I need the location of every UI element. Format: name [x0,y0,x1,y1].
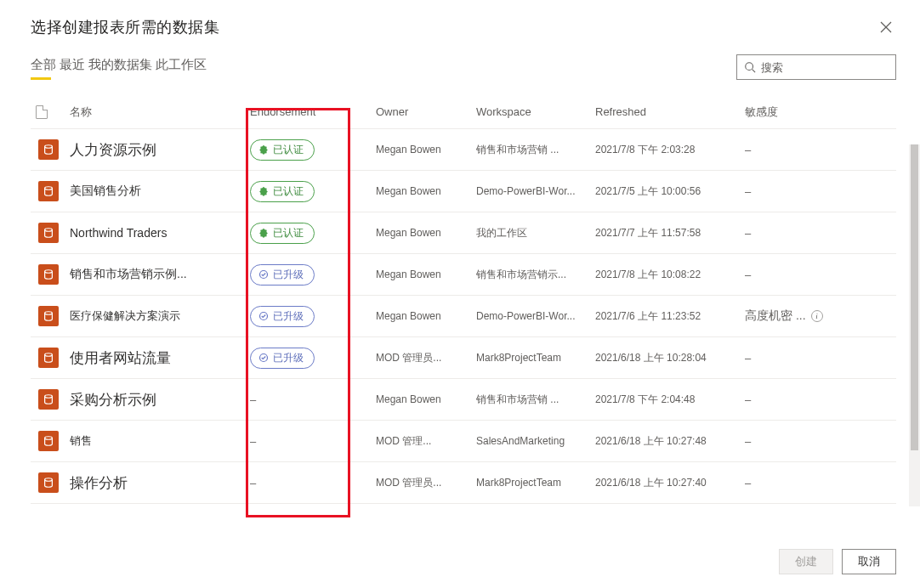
sensitivity-cell: – [745,352,751,365]
svg-point-5 [45,187,53,190]
table-row[interactable]: 美国销售分析已认证Megan BowenDemo-PowerBI-Wor...2… [31,171,896,212]
svg-point-9 [45,312,53,315]
refreshed-cell: 2021/7/5 上午 10:00:56 [595,184,745,199]
owner-cell: Megan Bowen [376,227,476,239]
table-row[interactable]: Northwind Traders已认证Megan Bowen我的工作区2021… [31,212,896,254]
workspace-cell: 销售和市场营销 ... [476,393,595,407]
scrollbar-thumb[interactable] [911,144,918,450]
table-row[interactable]: 使用者网站流量已升级MOD 管理员...Mark8ProjectTeam2021… [31,337,896,379]
svg-point-4 [45,145,53,149]
table-row[interactable]: 操作分析–MOD 管理员...Mark8ProjectTeam2021/6/18… [31,462,896,504]
dataset-icon [38,181,59,201]
refreshed-cell: 2021/7/8 上午 10:08:22 [595,268,745,282]
dataset-icon [38,306,59,326]
dataset-name: 美国销售分析 [70,184,141,197]
dataset-name: 人力资源示例 [70,142,156,158]
sensitivity-cell: – [745,435,751,448]
tab-2[interactable]: 我的数据集 [88,57,152,78]
workspace-cell: 销售和市场营销 ... [476,143,595,157]
owner-cell: MOD 管理员... [376,476,476,490]
dataset-icon [38,264,59,285]
header-refreshed[interactable]: Refreshed [595,105,745,118]
endorsement-badge-certified: 已认证 [250,181,315,202]
endorsement-badge-promoted: 已升级 [250,264,315,286]
dataset-name: 采购分析示例 [70,392,156,408]
table-header: 名称 Endorsement Owner Workspace Refreshed… [31,95,896,129]
cancel-button[interactable]: 取消 [842,549,896,574]
search-input[interactable] [761,61,889,74]
refreshed-cell: 2021/7/6 上午 11:23:52 [595,309,745,324]
endorsement-badge-certified: 已认证 [250,139,315,161]
svg-line-3 [752,70,756,73]
dataset-name: 销售和市场营销示例... [70,267,187,280]
dataset-icon [38,223,59,243]
svg-point-15 [45,478,53,482]
dialog-title: 选择创建报表所需的数据集 [31,17,896,37]
workspace-cell: Demo-PowerBI-Wor... [476,185,595,197]
header-sensitivity[interactable]: 敏感度 [745,105,872,120]
dataset-icon [38,472,59,493]
svg-point-14 [45,437,53,440]
endorsement-none: – [250,477,256,489]
endorsement-badge-promoted: 已升级 [250,348,315,369]
refreshed-cell: 2021/7/7 上午 11:57:58 [595,226,745,240]
svg-point-6 [45,229,53,232]
owner-cell: MOD 管理员... [376,351,476,365]
workspace-cell: SalesAndMarketing [476,435,595,447]
dataset-name: 使用者网站流量 [70,350,171,366]
sensitivity-cell: – [745,477,751,489]
owner-cell: MOD 管理... [376,434,476,449]
header-endorsement[interactable]: Endorsement [250,105,376,118]
endorsement-none: – [250,393,256,406]
workspace-cell: 销售和市场营销示... [476,268,595,282]
scrollbar[interactable] [909,144,920,506]
workspace-cell: Mark8ProjectTeam [476,352,595,364]
svg-point-11 [45,353,53,357]
dataset-name: 医疗保健解决方案演示 [70,309,180,322]
header-workspace[interactable]: Workspace [476,105,595,118]
table-row[interactable]: 采购分析示例–Megan Bowen销售和市场营销 ...2021/7/8 下午… [31,379,896,421]
workspace-cell: Demo-PowerBI-Wor... [476,310,595,322]
search-box[interactable] [736,54,896,80]
sensitivity-cell: – [745,227,751,240]
create-button[interactable]: 创建 [779,549,833,574]
sensitivity-cell: – [745,185,751,198]
refreshed-cell: 2021/7/8 下午 2:04:48 [595,393,745,407]
dataset-name: Northwind Traders [70,226,167,240]
sensitivity-cell: – [745,269,751,281]
info-icon[interactable]: i [811,310,823,322]
filter-tabs: 全部最近我的数据集此工作区 [31,57,207,78]
svg-point-7 [45,270,53,274]
dataset-icon [38,348,59,368]
search-icon [744,61,756,73]
sensitivity-cell: – [745,144,751,156]
svg-point-2 [746,63,753,71]
endorsement-badge-certified: 已认证 [250,223,315,244]
dataset-name: 销售 [70,434,92,447]
close-button[interactable] [877,19,894,36]
dataset-name: 操作分析 [70,475,128,491]
owner-cell: Megan Bowen [376,185,476,197]
tab-0[interactable]: 全部 [31,57,56,78]
workspace-cell: 我的工作区 [476,226,595,240]
tab-3[interactable]: 此工作区 [156,57,207,78]
dataset-icon [38,139,59,160]
owner-cell: Megan Bowen [376,144,476,155]
svg-point-13 [45,395,53,399]
dataset-icon [38,431,59,451]
sensitivity-cell: 高度机密 ... [745,308,806,324]
table-row[interactable]: 人力资源示例已认证Megan Bowen销售和市场营销 ...2021/7/8 … [31,129,896,171]
header-owner[interactable]: Owner [376,105,476,118]
owner-cell: Megan Bowen [376,393,476,405]
refreshed-cell: 2021/7/8 下午 2:03:28 [595,143,745,157]
endorsement-none: – [250,435,256,448]
refreshed-cell: 2021/6/18 上午 10:28:04 [595,351,745,365]
refreshed-cell: 2021/6/18 上午 10:27:48 [595,434,745,449]
header-name[interactable]: 名称 [66,105,250,120]
table-row[interactable]: 销售和市场营销示例...已升级Megan Bowen销售和市场营销示...202… [31,254,896,296]
table-row[interactable]: 销售–MOD 管理...SalesAndMarketing2021/6/18 上… [31,421,896,462]
table-row[interactable]: 医疗保健解决方案演示已升级Megan BowenDemo-PowerBI-Wor… [31,296,896,337]
header-type-icon [31,105,66,119]
tab-1[interactable]: 最近 [60,57,85,78]
dataset-icon [38,389,59,410]
